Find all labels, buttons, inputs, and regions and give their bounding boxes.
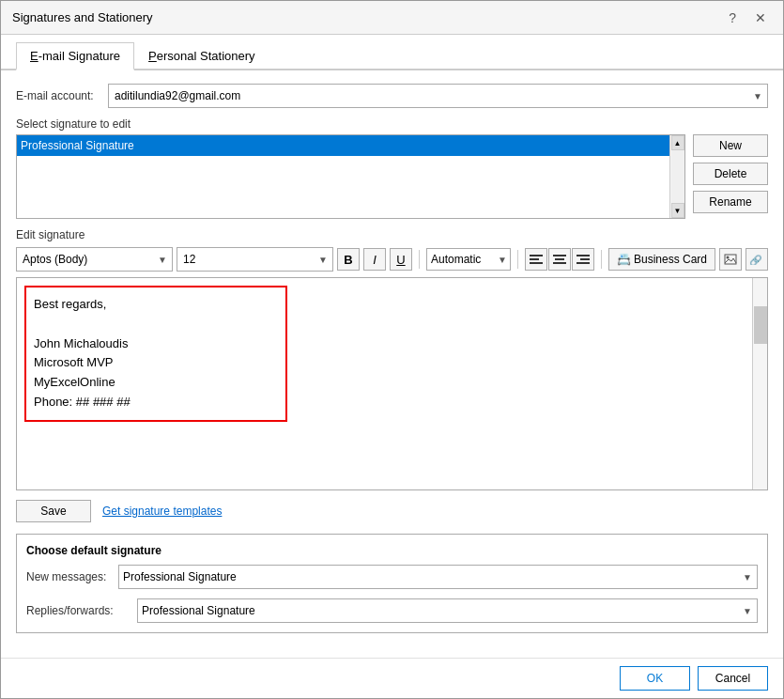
business-card-label: Business Card bbox=[634, 253, 707, 266]
toolbar-separator-2 bbox=[517, 250, 518, 269]
sig-list-section: Professional Signature ▲ ▼ New Delete Re… bbox=[16, 134, 768, 219]
new-sig-button[interactable]: New bbox=[693, 134, 768, 157]
tab-personal-stationery[interactable]: Personal Stationery bbox=[134, 42, 269, 70]
align-group bbox=[525, 248, 594, 271]
new-messages-label: New messages: bbox=[26, 570, 111, 583]
sig-content: Best regards, John Michaloudis Microsoft… bbox=[24, 286, 287, 422]
close-button[interactable]: ✕ bbox=[749, 9, 772, 26]
sig-line3: John Michaloudis bbox=[34, 334, 278, 354]
svg-point-10 bbox=[727, 256, 730, 259]
replies-select[interactable]: Professional Signature bbox=[137, 598, 758, 623]
signatures-dialog: Signatures and Stationery ? ✕ E-mail Sig… bbox=[0, 0, 784, 699]
replies-select-wrapper: Professional Signature ▼ bbox=[137, 598, 758, 623]
align-center-button[interactable] bbox=[548, 248, 571, 271]
choose-default-section: Choose default signature New messages: P… bbox=[16, 534, 768, 633]
insert-picture-button[interactable] bbox=[719, 248, 742, 271]
italic-button[interactable]: I bbox=[363, 248, 386, 271]
align-left-button[interactable] bbox=[525, 248, 547, 271]
toolbar-separator-1 bbox=[419, 250, 420, 269]
email-account-row: E-mail account: aditilundia92@gmail.com … bbox=[16, 84, 768, 108]
insert-hyperlink-button[interactable]: 🔗 bbox=[746, 248, 768, 271]
title-controls: ? ✕ bbox=[723, 9, 772, 26]
insert-picture-icon bbox=[724, 254, 737, 265]
email-account-select[interactable]: aditilundia92@gmail.com bbox=[108, 84, 768, 108]
color-select-wrapper: Automatic ▼ bbox=[426, 248, 511, 271]
title-bar: Signatures and Stationery ? ✕ bbox=[1, 1, 783, 35]
svg-rect-5 bbox=[553, 262, 566, 264]
delete-sig-button[interactable]: Delete bbox=[693, 163, 768, 185]
sig-line2 bbox=[34, 315, 278, 334]
font-select[interactable]: Aptos (Body) bbox=[16, 247, 173, 272]
sig-edit-area[interactable]: Best regards, John Michaloudis Microsoft… bbox=[17, 278, 767, 489]
tab-email-signature[interactable]: E-mail Signature bbox=[16, 42, 134, 70]
sig-action-buttons: New Delete Rename bbox=[693, 134, 768, 219]
sig-line4: Microsoft MVP bbox=[34, 353, 278, 373]
sig-scrollbar-thumb bbox=[754, 306, 767, 344]
svg-rect-9 bbox=[725, 255, 736, 264]
new-messages-select[interactable]: Professional Signature bbox=[118, 565, 758, 589]
save-row: Save Get signature templates bbox=[16, 500, 768, 522]
insert-hyperlink-icon: 🔗 bbox=[749, 254, 764, 265]
select-sig-label: Select signature to edit bbox=[16, 117, 768, 131]
bold-button[interactable]: B bbox=[337, 248, 360, 271]
svg-rect-4 bbox=[555, 258, 564, 260]
underline-button[interactable]: U bbox=[390, 248, 412, 271]
align-right-icon bbox=[576, 254, 590, 265]
sig-line1: Best regards, bbox=[34, 295, 278, 315]
help-button[interactable]: ? bbox=[723, 9, 742, 26]
sig-list-scrollbar: ▲ ▼ bbox=[669, 135, 684, 218]
svg-rect-0 bbox=[530, 255, 543, 256]
scrollbar-track bbox=[671, 150, 684, 203]
sig-area-scrollbar bbox=[752, 278, 767, 489]
align-right-button[interactable] bbox=[572, 248, 594, 271]
scrollbar-down-icon[interactable]: ▼ bbox=[671, 203, 684, 218]
align-center-icon bbox=[553, 254, 566, 265]
dialog-content: E-mail account: aditilundia92@gmail.com … bbox=[1, 84, 783, 658]
email-account-label: E-mail account: bbox=[16, 89, 100, 102]
replies-row: Replies/forwards: Professional Signature… bbox=[26, 598, 758, 623]
tab-personal-stationery-label: Personal Stationery bbox=[148, 49, 254, 63]
business-card-button[interactable]: 📇 Business Card bbox=[608, 248, 715, 271]
new-messages-select-wrapper: Professional Signature ▼ bbox=[118, 565, 758, 589]
ok-button[interactable]: OK bbox=[620, 666, 690, 691]
scrollbar-up-icon[interactable]: ▲ bbox=[671, 135, 684, 150]
sig-line6: Phone: ## ### ## bbox=[34, 393, 278, 412]
sig-edit-area-wrapper: Best regards, John Michaloudis Microsoft… bbox=[16, 277, 768, 490]
sig-toolbar: Aptos (Body) ▼ 12 ▼ B I U Automatic bbox=[16, 247, 768, 272]
save-button[interactable]: Save bbox=[16, 500, 91, 522]
email-account-select-wrapper: aditilundia92@gmail.com ▼ bbox=[108, 84, 768, 108]
tab-bar: E-mail Signature Personal Stationery bbox=[1, 35, 783, 70]
sig-list-item[interactable]: Professional Signature bbox=[17, 135, 669, 156]
svg-rect-8 bbox=[576, 262, 590, 264]
edit-sig-label: Edit signature bbox=[16, 228, 768, 241]
svg-rect-7 bbox=[580, 258, 590, 260]
cancel-button[interactable]: Cancel bbox=[698, 666, 768, 691]
svg-rect-6 bbox=[576, 255, 590, 256]
svg-rect-2 bbox=[530, 262, 543, 264]
svg-rect-3 bbox=[553, 255, 566, 256]
color-select[interactable]: Automatic bbox=[426, 248, 511, 271]
svg-rect-1 bbox=[530, 258, 539, 260]
align-left-icon bbox=[530, 254, 543, 265]
replies-label: Replies/forwards: bbox=[26, 604, 130, 617]
font-select-wrapper: Aptos (Body) ▼ bbox=[16, 247, 173, 272]
dialog-title: Signatures and Stationery bbox=[12, 10, 153, 24]
tab-email-signature-label: E-mail Signature bbox=[30, 49, 120, 63]
sig-list-container: Professional Signature ▲ ▼ bbox=[16, 134, 685, 219]
size-select-wrapper: 12 ▼ bbox=[177, 247, 333, 272]
choose-default-title: Choose default signature bbox=[26, 544, 758, 557]
new-messages-row: New messages: Professional Signature ▼ bbox=[26, 565, 758, 589]
get-templates-link[interactable]: Get signature templates bbox=[102, 505, 222, 518]
business-card-icon: 📇 bbox=[617, 253, 631, 266]
rename-sig-button[interactable]: Rename bbox=[693, 191, 768, 213]
svg-text:🔗: 🔗 bbox=[749, 254, 762, 265]
toolbar-separator-3 bbox=[601, 250, 602, 269]
footer-buttons: OK Cancel bbox=[1, 658, 783, 698]
size-select[interactable]: 12 bbox=[177, 247, 333, 272]
sig-line5: MyExcelOnline bbox=[34, 373, 278, 393]
